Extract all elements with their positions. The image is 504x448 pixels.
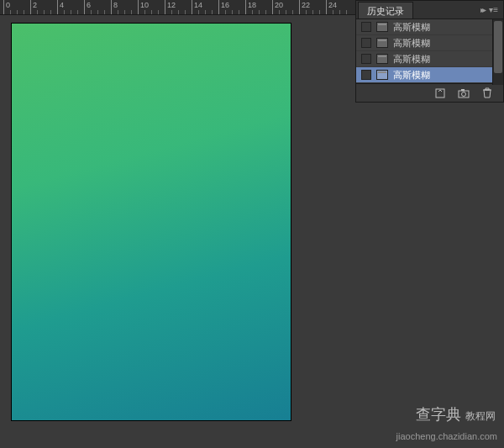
ruler-tick-minor (131, 10, 132, 14)
history-item-label: 高斯模糊 (393, 69, 430, 82)
ruler-tick-minor (171, 10, 172, 14)
ruler-tick-major: 14 (192, 0, 202, 14)
document-icon (376, 54, 388, 64)
ruler-tick-minor (339, 10, 340, 14)
ruler-tick-minor (259, 10, 260, 14)
ruler-tick-major: 8 (111, 0, 118, 14)
ruler-tick-minor (24, 10, 24, 14)
document-icon (376, 38, 388, 48)
tab-history[interactable]: 历史记录 (358, 2, 413, 18)
create-document-icon[interactable] (434, 87, 446, 99)
ruler-tick-minor (279, 10, 280, 14)
ruler-tick-minor (118, 10, 118, 14)
ruler-tick-minor (44, 10, 45, 14)
history-list: 高斯模糊高斯模糊高斯模糊高斯模糊 (356, 19, 503, 83)
ruler-tick-major: 18 (245, 0, 256, 14)
ruler-tick-minor (17, 10, 18, 14)
ruler-tick-minor (71, 10, 71, 14)
visibility-box[interactable] (361, 22, 371, 32)
ruler-tick-minor (178, 10, 179, 14)
document-icon (376, 70, 388, 80)
ruler-tick-major: 6 (84, 0, 91, 14)
ruler-tick-minor (185, 10, 186, 14)
ruler-tick-minor (232, 10, 233, 14)
history-item[interactable]: 高斯模糊 (356, 51, 503, 67)
snapshot-icon[interactable] (458, 87, 470, 99)
document-icon (376, 22, 388, 32)
ruler-tick-minor (37, 10, 38, 14)
visibility-box[interactable] (361, 38, 371, 48)
history-item[interactable]: 高斯模糊 (356, 19, 503, 35)
ruler-tick-major: 10 (138, 0, 149, 14)
ruler-tick-major: 22 (299, 0, 310, 14)
svg-point-2 (462, 92, 466, 96)
scroll-thumb[interactable] (494, 21, 502, 73)
ruler-tick-minor (265, 10, 266, 14)
ruler-tick-minor (198, 10, 199, 14)
visibility-box[interactable] (361, 70, 371, 80)
ruler-tick-minor (225, 10, 226, 14)
ruler-tick-minor (346, 10, 347, 14)
scrollbar-vertical[interactable] (492, 19, 503, 85)
ruler-tick-minor (312, 10, 313, 14)
watermark-brand: 查字典 教程网 (416, 404, 496, 424)
history-item-label: 高斯模糊 (393, 21, 430, 34)
ruler-tick-minor (151, 10, 152, 14)
ruler-tick-minor (252, 10, 253, 14)
history-item-label: 高斯模糊 (393, 53, 430, 66)
ruler-tick-major: 4 (57, 0, 64, 14)
history-panel: 历史记录 ▸▸ ▾≡ 高斯模糊高斯模糊高斯模糊高斯模糊 (355, 0, 504, 103)
ruler-tick-minor (239, 10, 239, 14)
ruler-tick-major: 24 (326, 0, 337, 14)
ruler-tick-minor (158, 10, 159, 14)
ruler-tick-major: 2 (30, 0, 37, 14)
ruler-tick-major: 12 (165, 0, 176, 14)
watermark-url: jiaocheng.chazidian.com (396, 431, 497, 441)
ruler-tick-minor (205, 10, 206, 14)
panel-footer (356, 83, 503, 102)
ruler-tick-minor (333, 10, 333, 14)
svg-rect-3 (461, 89, 465, 91)
trash-icon[interactable] (481, 87, 493, 99)
ruler-tick-minor (286, 10, 286, 14)
ruler-tick-minor (104, 10, 105, 14)
history-item[interactable]: 高斯模糊 (356, 35, 503, 51)
ruler-tick-minor (91, 10, 92, 14)
ruler-tick-minor (77, 10, 78, 14)
ruler-tick-major: 16 (218, 0, 229, 14)
ruler-tick-minor (319, 10, 320, 14)
ruler-tick-minor (292, 10, 293, 14)
ruler-tick-minor (212, 10, 213, 14)
history-item[interactable]: 高斯模糊 (356, 67, 503, 83)
history-item-label: 高斯模糊 (393, 37, 430, 50)
ruler-tick-minor (124, 10, 125, 14)
document-canvas[interactable] (12, 24, 291, 420)
visibility-box[interactable] (361, 54, 371, 64)
ruler-tick-minor (10, 10, 11, 14)
collapse-icon[interactable]: ▸▸ (480, 5, 484, 14)
ruler-tick-minor (50, 10, 51, 14)
ruler-tick-minor (306, 10, 307, 14)
panel-header: 历史记录 ▸▸ ▾≡ (356, 1, 503, 19)
ruler-tick-major: 0 (3, 0, 10, 14)
ruler-tick-major: 20 (272, 0, 283, 14)
panel-menu-icon[interactable]: ▾≡ (489, 5, 498, 14)
ruler-tick-minor (64, 10, 65, 14)
ruler-tick-minor (97, 10, 98, 14)
ruler-tick-minor (144, 10, 145, 14)
